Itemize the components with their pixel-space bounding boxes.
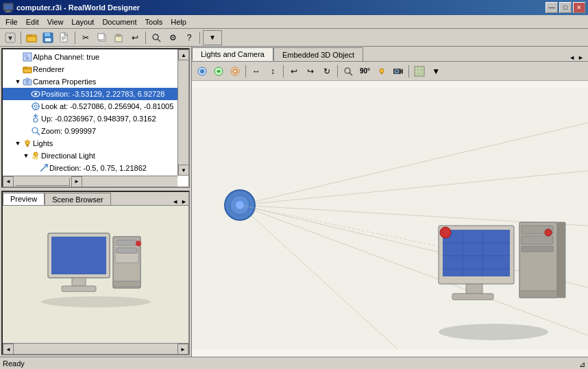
- tab-preview[interactable]: Preview: [3, 193, 45, 205]
- menu-file[interactable]: File: [1, 16, 22, 28]
- undo-btn[interactable]: ↩: [127, 30, 143, 45]
- svg-text:▼: ▼: [7, 34, 14, 42]
- svg-rect-108: [522, 236, 553, 244]
- vp-transform-1[interactable]: ↔: [249, 64, 264, 79]
- tree-content: α Alpha Channel: true Renderer ▼: [3, 49, 188, 187]
- settings-btn[interactable]: ⚙: [165, 30, 180, 45]
- scroll-right-btn[interactable]: ►: [71, 176, 82, 187]
- tree-label-zoom: Zoom: 0.999997: [41, 127, 96, 135]
- new-btn[interactable]: [57, 30, 72, 45]
- tree-label-up: Up: -0.0236967, 0.948397, 0.3162: [41, 115, 156, 123]
- menu-view[interactable]: View: [43, 16, 68, 28]
- tree-item-alphachannel[interactable]: α Alpha Channel: true: [3, 51, 188, 63]
- toolbar-dropdown-btn[interactable]: ▼: [3, 30, 18, 45]
- directional-light-icon: [30, 150, 41, 161]
- tree-item-position[interactable]: Position: -3.53129, 2.22783, 6.92728: [3, 88, 188, 100]
- direction-arrow-icon: [38, 163, 49, 174]
- vp-sep4: [408, 65, 409, 78]
- 3d-viewport[interactable]: [192, 81, 588, 357]
- vp-texture[interactable]: [412, 64, 427, 79]
- svg-line-52: [36, 157, 38, 160]
- svg-rect-3: [5, 12, 12, 12]
- svg-rect-103: [466, 284, 482, 294]
- vp-tool-2[interactable]: [211, 64, 226, 79]
- scroll-down-btn[interactable]: ▼: [178, 165, 189, 176]
- menu-layout[interactable]: Layout: [67, 16, 98, 28]
- preview-scroll-right[interactable]: ►: [177, 344, 188, 355]
- close-button[interactable]: ✕: [573, 2, 585, 13]
- vp-tool-1[interactable]: [195, 64, 210, 79]
- svg-rect-104: [452, 294, 493, 300]
- maximize-button[interactable]: □: [559, 2, 572, 13]
- svg-point-69: [200, 69, 204, 73]
- v-scrollbar[interactable]: ▲ ▼: [177, 49, 188, 176]
- zoom-btn[interactable]: [149, 30, 164, 45]
- app-icon: [3, 2, 14, 13]
- minimize-button[interactable]: —: [546, 2, 558, 13]
- eye-icon: [30, 88, 41, 99]
- svg-rect-97: [443, 230, 510, 276]
- h-scrollbar[interactable]: ◄ ►: [3, 176, 177, 187]
- tree-item-lookat[interactable]: Look at: -0.527086, 0.256904, -0.81005: [3, 100, 188, 112]
- svg-rect-29: [26, 78, 29, 80]
- open-btn[interactable]: [24, 30, 39, 45]
- scene-tree[interactable]: α Alpha Channel: true Renderer ▼: [1, 48, 190, 188]
- vp-transform-2[interactable]: ↕: [265, 64, 280, 79]
- svg-point-20: [153, 34, 158, 40]
- vp-rot-2[interactable]: ↪: [303, 64, 318, 79]
- h-scroll-thumb[interactable]: [15, 178, 70, 186]
- menu-tools[interactable]: Tools: [141, 16, 167, 28]
- copy-btn[interactable]: [95, 30, 110, 45]
- menu-help[interactable]: Help: [167, 16, 191, 28]
- tree-item-directional-light[interactable]: ▼ Directional Light: [3, 150, 188, 162]
- bottom-tab-bar: Preview Scene Browser ◄ ►: [3, 192, 188, 206]
- vp-rot-1[interactable]: ↩: [286, 64, 302, 79]
- scroll-left-btn[interactable]: ◄: [3, 176, 14, 187]
- svg-point-67: [41, 296, 151, 307]
- paste-btn[interactable]: [111, 30, 126, 45]
- tab-nav-next[interactable]: ►: [180, 198, 188, 205]
- vp-rot-3[interactable]: ↻: [319, 64, 334, 79]
- preview-hscroll[interactable]: ◄ ►: [3, 343, 188, 354]
- right-panel: Lights and Camera Embedded 3D Object ◄ ►…: [192, 47, 588, 357]
- tree-item-up[interactable]: Up: -0.0236967, 0.948397, 0.3162: [3, 112, 188, 125]
- scroll-up-btn[interactable]: ▲: [178, 49, 189, 60]
- cut-btn[interactable]: ✂: [78, 30, 93, 45]
- tree-item-direction[interactable]: Direction: -0.5, 0.75, 1.21862: [3, 162, 188, 174]
- svg-line-47: [24, 141, 25, 142]
- vp-zoom[interactable]: [341, 64, 356, 79]
- vp-tool-3[interactable]: [228, 64, 243, 79]
- preview-scroll-left[interactable]: ◄: [3, 344, 14, 355]
- save-btn[interactable]: [40, 30, 56, 45]
- vp-sep3: [337, 65, 338, 78]
- vp-camera[interactable]: [391, 64, 406, 79]
- tree-item-camera-properties[interactable]: ▼ Camera Properties: [3, 75, 188, 88]
- tree-item-renderer[interactable]: Renderer: [3, 63, 188, 75]
- tree-label-lights: Lights: [33, 139, 53, 147]
- svg-point-110: [545, 229, 552, 236]
- sep2: [75, 32, 75, 44]
- tab-nav-prev[interactable]: ◄: [171, 198, 180, 205]
- svg-rect-58: [51, 237, 106, 274]
- menu-document[interactable]: Document: [98, 16, 140, 28]
- target-icon: [30, 101, 41, 112]
- tab-lights-camera[interactable]: Lights and Camera: [192, 47, 273, 61]
- svg-rect-85: [192, 88, 588, 349]
- menu-edit[interactable]: Edit: [22, 16, 43, 28]
- svg-rect-106: [557, 222, 565, 298]
- svg-point-71: [231, 67, 239, 75]
- tab-embedded-3d[interactable]: Embedded 3D Object: [273, 47, 363, 61]
- resize-grip[interactable]: ⊿: [574, 358, 585, 369]
- svg-point-39: [34, 118, 38, 122]
- tree-item-zoom[interactable]: Zoom: 0.999997: [3, 125, 188, 137]
- tab-scene-browser[interactable]: Scene Browser: [45, 193, 111, 205]
- svg-rect-80: [415, 67, 424, 76]
- help-btn[interactable]: ?: [182, 30, 197, 45]
- viewport-tab-prev[interactable]: ◄: [567, 54, 576, 61]
- vp-more[interactable]: ▼: [428, 64, 443, 79]
- vp-light[interactable]: [374, 64, 389, 79]
- tree-item-lights[interactable]: ▼ Lights: [3, 137, 188, 150]
- scroll-track-area: [178, 60, 188, 165]
- viewport-tab-next[interactable]: ►: [576, 54, 585, 61]
- view-dropdown[interactable]: ▼: [203, 30, 222, 45]
